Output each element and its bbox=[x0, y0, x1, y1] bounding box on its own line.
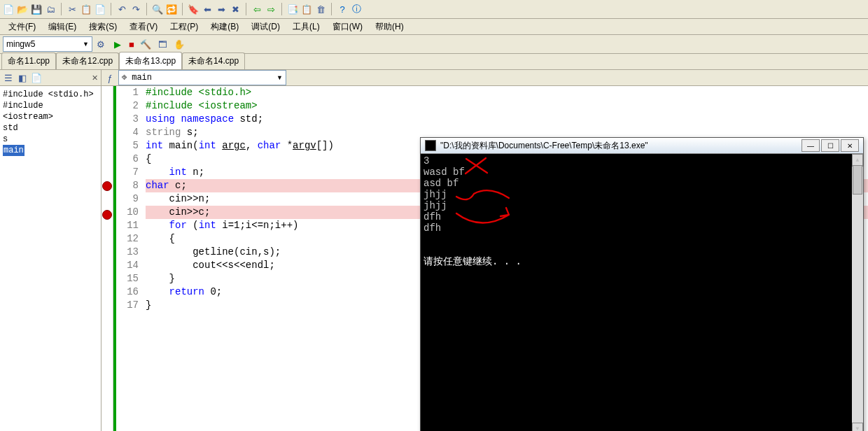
console-body[interactable]: 3 wasd bf asd bf jhjj jhjj dfh dfh 请按任意键… bbox=[421, 154, 863, 431]
menu-tools[interactable]: 工具(L) bbox=[287, 20, 326, 34]
build-toolbar: mingw5 ▼ ⚙ ▶ ■ 🔨 🗔 ✋ bbox=[0, 35, 868, 54]
help-icon[interactable]: ? bbox=[337, 3, 348, 15]
symbol-panel: ☰ ◧ 📄 ✕ #include <stdio.h>#include <iost… bbox=[0, 70, 102, 431]
file-tab[interactable]: 命名11.cpp bbox=[1, 52, 56, 69]
undo-icon[interactable]: ↶ bbox=[116, 3, 127, 15]
paste-icon[interactable]: 📄 bbox=[94, 3, 106, 15]
console-titlebar[interactable]: "D:\我的资料库\Documents\C-Free\Temp\未命名13.ex… bbox=[421, 138, 863, 154]
bookmark-clear-icon[interactable]: ✖ bbox=[230, 3, 241, 15]
menu-debug[interactable]: 调试(D) bbox=[246, 20, 286, 34]
window-list-icon[interactable]: 🗔 bbox=[157, 38, 168, 50]
bookmark-add-icon[interactable]: 🔖 bbox=[188, 3, 199, 15]
scope-value: main bbox=[132, 73, 152, 83]
bookmark-next-icon[interactable]: ➡ bbox=[216, 3, 227, 15]
line-number: 16 bbox=[116, 285, 139, 299]
maximize-button[interactable]: ☐ bbox=[821, 139, 839, 152]
save-all-icon[interactable]: 🗂 bbox=[45, 3, 56, 15]
about-icon[interactable]: ⓘ bbox=[351, 3, 362, 15]
hand-icon[interactable]: ✋ bbox=[174, 38, 185, 50]
menu-build[interactable]: 构建(B) bbox=[205, 20, 244, 34]
copy2-icon[interactable]: 📑 bbox=[287, 3, 298, 15]
nav-fwd-icon[interactable]: ⇨ bbox=[265, 3, 276, 15]
build-config-value: mingw5 bbox=[6, 39, 35, 49]
console-prompt: 请按任意键继续. . . bbox=[424, 256, 860, 267]
build-icon[interactable]: 🔨 bbox=[140, 38, 151, 50]
stop-icon[interactable]: ■ bbox=[126, 38, 137, 50]
symbol-item[interactable]: #include <iostream> bbox=[3, 100, 98, 122]
class-icon[interactable]: ◧ bbox=[17, 72, 28, 83]
line-number: 9 bbox=[116, 192, 139, 206]
menu-search[interactable]: 搜索(S) bbox=[83, 20, 122, 34]
symbol-item[interactable]: main bbox=[3, 145, 24, 156]
menu-bar: 文件(F) 编辑(E) 搜索(S) 查看(V) 工程(P) 构建(B) 调试(D… bbox=[0, 19, 868, 35]
line-number: 6 bbox=[116, 153, 139, 166]
breakpoint-icon[interactable] bbox=[102, 181, 112, 191]
line-number: 2 bbox=[116, 99, 139, 113]
console-window[interactable]: "D:\我的资料库\Documents\C-Free\Temp\未命名13.ex… bbox=[420, 137, 864, 431]
chevron-down-icon: ▼ bbox=[276, 74, 283, 81]
menu-window[interactable]: 窗口(W) bbox=[327, 20, 368, 34]
file-tab[interactable]: 未命名12.cpp bbox=[56, 52, 119, 69]
console-title: "D:\我的资料库\Documents\C-Free\Temp\未命名13.ex… bbox=[440, 140, 648, 152]
scope-icon: ƒ bbox=[104, 72, 115, 83]
symbol-item[interactable]: #include <stdio.h> bbox=[3, 89, 98, 100]
menu-file[interactable]: 文件(F) bbox=[3, 20, 41, 34]
scroll-down-icon[interactable]: ▼ bbox=[852, 423, 863, 431]
line-number: 7 bbox=[116, 166, 139, 179]
console-scrollbar[interactable]: ▲ ▼ bbox=[852, 154, 863, 431]
line-number: 10 bbox=[116, 206, 139, 219]
find-icon[interactable]: 🔍 bbox=[152, 3, 163, 15]
paste2-icon[interactable]: 📋 bbox=[301, 3, 312, 15]
line-number-gutter: 1234567891011121314151617 bbox=[116, 86, 143, 431]
run-icon[interactable]: ▶ bbox=[112, 38, 123, 50]
compile-icon[interactable]: ⚙ bbox=[95, 38, 106, 50]
editor-header: ƒ ⎆ main ▼ bbox=[102, 70, 868, 86]
menu-view[interactable]: 查看(V) bbox=[124, 20, 163, 34]
symbol-list[interactable]: #include <stdio.h>#include <iostream>std… bbox=[0, 86, 101, 159]
chevron-down-icon: ▼ bbox=[83, 41, 89, 48]
cut-icon[interactable]: ✂ bbox=[66, 3, 78, 15]
copy-icon[interactable]: 📋 bbox=[80, 3, 92, 15]
line-number: 4 bbox=[116, 126, 139, 139]
line-number: 14 bbox=[116, 259, 139, 272]
menu-help[interactable]: 帮助(H) bbox=[370, 20, 410, 34]
line-number: 3 bbox=[116, 113, 139, 126]
delete-icon[interactable]: 🗑 bbox=[315, 3, 326, 15]
line-number: 11 bbox=[116, 219, 139, 232]
nav-back-icon[interactable]: ⇦ bbox=[251, 3, 262, 15]
line-number: 8 bbox=[116, 179, 139, 192]
breakpoint-gutter[interactable] bbox=[102, 86, 113, 431]
close-panel-icon[interactable]: ✕ bbox=[92, 73, 98, 83]
code-line[interactable]: #include <iostream> bbox=[146, 99, 868, 113]
line-number: 1 bbox=[116, 86, 139, 99]
code-line[interactable]: using namespace std; bbox=[146, 113, 868, 126]
symbol-panel-header: ☰ ◧ 📄 ✕ bbox=[0, 70, 101, 86]
file-tab[interactable]: 未命名14.cpp bbox=[182, 52, 245, 69]
symbol-item[interactable]: s bbox=[3, 134, 98, 145]
tree-icon[interactable]: ☰ bbox=[3, 72, 14, 83]
close-button[interactable]: ✕ bbox=[841, 139, 859, 152]
file-icon[interactable]: 📄 bbox=[31, 72, 42, 83]
console-app-icon bbox=[425, 140, 436, 151]
redo-icon[interactable]: ↷ bbox=[130, 3, 141, 15]
bookmark-prev-icon[interactable]: ⬅ bbox=[202, 3, 213, 15]
menu-project[interactable]: 工程(P) bbox=[164, 20, 204, 34]
breakpoint-icon[interactable] bbox=[102, 210, 112, 220]
new-file-icon[interactable]: 📄 bbox=[3, 3, 14, 15]
line-number: 17 bbox=[116, 299, 139, 312]
line-number: 15 bbox=[116, 272, 139, 285]
code-line[interactable]: #include <stdio.h> bbox=[146, 86, 868, 99]
replace-icon[interactable]: 🔁 bbox=[166, 3, 177, 15]
build-config-combo[interactable]: mingw5 ▼ bbox=[3, 36, 92, 52]
open-icon[interactable]: 📂 bbox=[17, 3, 28, 15]
save-icon[interactable]: 💾 bbox=[31, 3, 42, 15]
file-tabstrip: 命名11.cpp未命名12.cpp未命名13.cpp未命名14.cpp bbox=[0, 54, 868, 70]
scope-combo[interactable]: ⎆ main ▼ bbox=[118, 70, 286, 85]
minimize-button[interactable]: ― bbox=[802, 139, 820, 152]
file-tab[interactable]: 未命名13.cpp bbox=[119, 52, 182, 69]
line-number: 13 bbox=[116, 246, 139, 259]
menu-edit[interactable]: 编辑(E) bbox=[43, 20, 82, 34]
scroll-thumb[interactable] bbox=[853, 165, 862, 195]
symbol-item[interactable]: std bbox=[3, 122, 98, 134]
line-number: 12 bbox=[116, 232, 139, 246]
